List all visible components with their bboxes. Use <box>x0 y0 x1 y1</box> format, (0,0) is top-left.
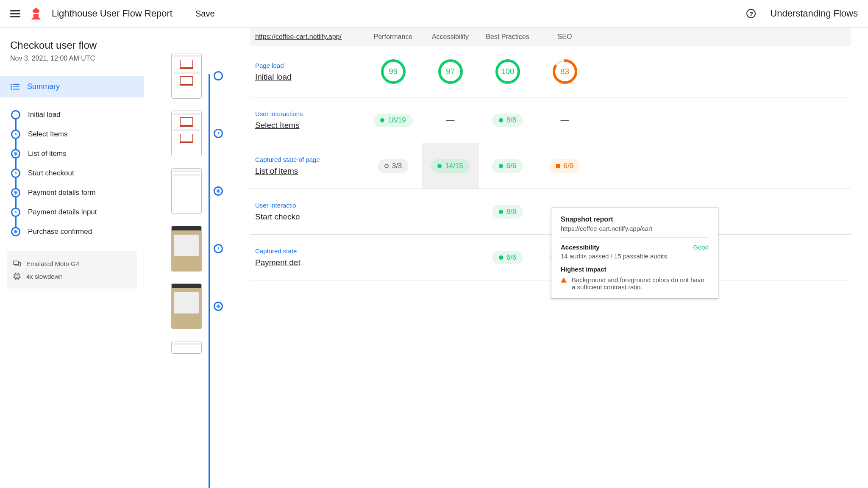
results-header: https://coffee-cart.netlify.app/ Perform… <box>250 28 851 46</box>
score-pill[interactable]: 14/15 <box>431 159 470 173</box>
status-dot-icon <box>499 255 503 260</box>
tooltip-url: https://coffee-cart.netlify.app/cart <box>561 225 709 232</box>
dash: — <box>446 115 455 125</box>
aperture-icon <box>11 149 20 158</box>
help-icon[interactable]: ? <box>746 9 756 18</box>
clock-icon <box>11 130 20 139</box>
results-row: User interactioStart checko8/8— <box>250 189 851 235</box>
menu-icon[interactable] <box>10 8 20 19</box>
thumbnail[interactable] <box>171 283 202 329</box>
status-dot-icon <box>437 164 442 168</box>
sidebar-step[interactable]: Initial load <box>11 105 144 125</box>
sidebar-step[interactable]: Start checkout <box>11 164 144 183</box>
tooltip-metric: Accessibility <box>561 244 600 251</box>
highlighted-cell: 14/15 <box>422 143 479 189</box>
results-url[interactable]: https://coffee-cart.netlify.app/ <box>250 33 364 41</box>
row-title[interactable]: Start checko <box>255 212 364 222</box>
score-pill[interactable]: 3/3 <box>378 159 409 173</box>
row-title[interactable]: Payment det <box>255 258 364 267</box>
score-pill[interactable]: 6/6 <box>492 251 523 264</box>
col-seo: SEO <box>536 33 593 41</box>
circle-icon <box>11 110 20 119</box>
sidebar-step[interactable]: Select Items <box>11 125 144 144</box>
gauge-value: 83 <box>552 59 578 84</box>
gauge[interactable]: 100 <box>495 59 520 84</box>
results-row: Captured state of pageList of items3/314… <box>250 143 851 189</box>
svg-rect-27 <box>16 275 18 277</box>
timeline <box>144 28 250 488</box>
summary-list-icon <box>10 83 19 91</box>
gauge-value: 100 <box>495 59 520 84</box>
warning-triangle-icon <box>561 277 567 283</box>
thumbnail[interactable] <box>171 341 202 354</box>
timeline-row <box>171 283 223 329</box>
pill-value: 6/9 <box>564 162 574 170</box>
device-label: Emulated Moto G4 <box>26 260 79 267</box>
sidebar-step[interactable]: Payment details input <box>11 202 144 222</box>
pill-value: 14/15 <box>445 162 463 170</box>
save-button[interactable]: Save <box>195 9 215 19</box>
pill-value: 6/6 <box>506 162 517 170</box>
score-pill[interactable]: 6/6 <box>492 159 523 173</box>
cpu-icon <box>13 272 21 280</box>
score-pill[interactable]: 8/8 <box>492 205 523 219</box>
timeline-row <box>171 168 223 214</box>
sidebar: Checkout user flow Nov 3, 2021, 12:00 AM… <box>0 28 144 488</box>
gauge[interactable]: 83 <box>552 59 578 84</box>
step-label: Payment details form <box>28 189 96 197</box>
lighthouse-logo-icon <box>31 7 42 20</box>
clock-icon <box>214 129 223 138</box>
row-title[interactable]: Initial load <box>255 72 364 82</box>
gauge[interactable]: 99 <box>381 59 406 84</box>
aperture-icon <box>11 188 20 197</box>
sidebar-footer: Emulated Moto G4 4x slowdown <box>7 251 137 288</box>
timeline-row <box>171 111 223 156</box>
step-label: Select Items <box>28 130 68 139</box>
dash: — <box>561 115 569 125</box>
pill-value: 6/6 <box>506 253 517 262</box>
row-title[interactable]: List of items <box>255 166 364 176</box>
sidebar-summary[interactable]: Summary <box>0 76 144 97</box>
thumbnail[interactable] <box>171 53 202 99</box>
timeline-row <box>171 226 223 272</box>
thumbnail[interactable] <box>171 111 202 156</box>
sidebar-step[interactable]: Payment details form <box>11 183 144 202</box>
row-type: Captured state of page <box>255 156 364 163</box>
svg-rect-3 <box>13 84 19 85</box>
gauge-value: 97 <box>438 59 463 84</box>
score-pill[interactable]: 8/8 <box>492 114 523 127</box>
pill-value: 8/8 <box>506 208 517 216</box>
row-type: User interactions <box>255 110 364 117</box>
step-label: Start checkout <box>28 169 74 177</box>
topbar: Lighthouse User Flow Report Save ? Under… <box>0 0 868 28</box>
results-row: Captured statePayment det6/66/9 <box>250 235 851 280</box>
row-title[interactable]: Select Items <box>255 121 364 130</box>
aperture-icon <box>214 302 223 311</box>
score-pill[interactable]: 6/9 <box>549 159 581 173</box>
results-row: Page loadInitial load 99 97 100 83 <box>250 46 851 97</box>
device-icon <box>13 259 21 268</box>
step-label: Payment details input <box>28 208 97 216</box>
sidebar-step[interactable]: List of items <box>11 144 144 164</box>
svg-rect-25 <box>18 263 20 266</box>
status-dot-icon <box>556 164 560 168</box>
gauge[interactable]: 97 <box>438 59 463 84</box>
app-title: Lighthouse User Flow Report <box>52 8 172 19</box>
svg-rect-5 <box>13 86 19 87</box>
tooltip-rating: Good <box>693 244 709 251</box>
pill-value: 8/8 <box>506 116 517 125</box>
pill-value: 18/19 <box>388 116 406 125</box>
summary-label: Summary <box>27 82 60 91</box>
results: https://coffee-cart.netlify.app/ Perform… <box>250 28 868 488</box>
score-pill[interactable]: 18/19 <box>373 114 413 127</box>
svg-rect-7 <box>13 89 19 89</box>
col-accessibility: Accessibility <box>422 33 479 41</box>
svg-point-2 <box>11 83 12 85</box>
thumbnail[interactable] <box>171 226 202 272</box>
timeline-row <box>171 53 223 99</box>
sidebar-step[interactable]: Purchase confirmed <box>11 222 144 241</box>
thumbnail[interactable] <box>171 168 202 214</box>
tooltip-impact-label: Highest impact <box>561 266 606 273</box>
pill-value: 3/3 <box>392 162 402 170</box>
understanding-flows-link[interactable]: Understanding Flows <box>770 8 858 19</box>
